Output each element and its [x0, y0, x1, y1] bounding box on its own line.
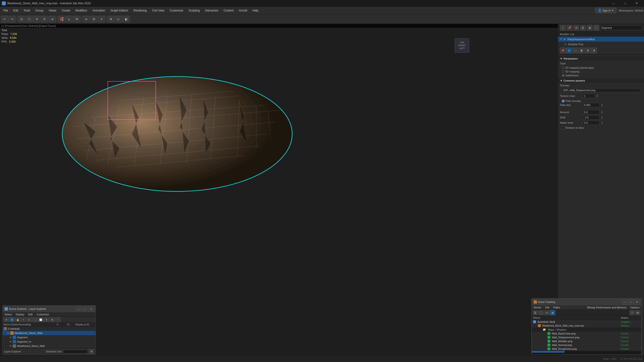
se-footer-btn[interactable]: ⚙: [89, 349, 94, 354]
type-3d[interactable]: 3D mapping: [560, 70, 642, 73]
se-tb-more[interactable]: ⋯: [55, 317, 60, 322]
menu-help[interactable]: Help: [250, 8, 261, 13]
at-btn-settings[interactable]: ⚙: [635, 310, 640, 315]
menu-edit[interactable]: Edit: [11, 8, 20, 13]
menu-civil-view[interactable]: Civil View: [150, 8, 167, 13]
se-row-segment-in[interactable]: 👁 Segment_In: [3, 340, 96, 344]
filter-blur-spinner[interactable]: [601, 103, 605, 107]
menu-graph-editors[interactable]: Graph Editors: [108, 8, 130, 13]
amount-spinner[interactable]: [601, 110, 605, 114]
tb-select[interactable]: ⊡: [18, 16, 25, 22]
at-row-max-file[interactable]: Weathered_Stone_Wall_max_vray.max Networ…: [532, 324, 641, 328]
tb-angle-snap[interactable]: ⊾: [66, 16, 73, 22]
modifier-option1[interactable]: ⊙: [573, 25, 579, 31]
se-menu-display[interactable]: Display: [14, 312, 26, 317]
modifier-editable-poly[interactable]: ▷ Editable Poly: [558, 42, 644, 47]
texture-chan-spinner[interactable]: [596, 94, 600, 98]
tb-snap[interactable]: 🧲: [58, 16, 65, 22]
tb-percent-snap[interactable]: %: [73, 16, 80, 22]
se-menu-edit[interactable]: Edit: [26, 312, 35, 317]
se-tb-expand[interactable]: ⬜: [38, 317, 43, 322]
at-menu-paths[interactable]: Paths: [551, 305, 562, 310]
close-button[interactable]: ✕: [631, 0, 642, 7]
tb-undo[interactable]: ↩: [1, 16, 8, 22]
mod-delete[interactable]: 🗑: [578, 48, 584, 53]
menu-group[interactable]: Group: [33, 8, 46, 13]
maximize-button[interactable]: □: [620, 0, 630, 7]
tb-render-setup[interactable]: ⚙: [107, 16, 114, 22]
vis-icon-2[interactable]: 👁: [9, 336, 12, 339]
at-btn-detail[interactable]: ≡: [544, 310, 550, 315]
selection-set-input[interactable]: [64, 350, 88, 354]
mod-move-down[interactable]: ⬇: [591, 48, 597, 53]
at-menu-bitmap-perf[interactable]: Bitmap Performance and Memory: [585, 305, 628, 310]
texmap-input[interactable]: 3SPL (Wall_Displacement.png: [562, 88, 640, 92]
menu-scripting[interactable]: Scripting: [186, 8, 202, 13]
se-tb-lock[interactable]: 🔒: [15, 317, 20, 322]
at-menu-server[interactable]: Server: [532, 305, 543, 310]
tb-render-frame[interactable]: ◧: [122, 16, 130, 22]
menu-create[interactable]: Create: [59, 8, 72, 13]
at-btn-list[interactable]: ☰: [533, 310, 538, 315]
se-tb-add[interactable]: +: [21, 317, 26, 322]
sign-in-button[interactable]: 👤 Sign In ▼: [595, 8, 616, 13]
type-subdivision[interactable]: Subdivision: [560, 73, 642, 77]
minimize-button[interactable]: —: [608, 0, 619, 7]
at-row-displacement[interactable]: Wall_Displacement.png Found: [532, 336, 641, 339]
water-level-spinner[interactable]: [601, 121, 605, 125]
menu-rendering[interactable]: Rendering: [131, 8, 149, 13]
texture-chan-input[interactable]: 1: [583, 94, 595, 98]
vis-icon-1[interactable]: 👁: [7, 332, 9, 335]
at-btn-help[interactable]: ?: [630, 310, 635, 315]
se-tb-refresh[interactable]: ↻: [44, 317, 49, 322]
tb-rotate[interactable]: ↻: [41, 16, 48, 22]
shift-spinner[interactable]: [601, 116, 605, 119]
mod-pin[interactable]: 📌: [560, 48, 566, 53]
se-menu-customize[interactable]: Customize: [35, 312, 51, 317]
tb-redo[interactable]: ↪: [8, 16, 16, 22]
at-btn-icon[interactable]: ⬛: [538, 310, 544, 315]
at-row-vault[interactable]: Autodesk Vault Logged...: [532, 320, 641, 324]
menu-animation[interactable]: Animation: [90, 8, 108, 13]
se-tb-layers[interactable]: ≡: [26, 317, 32, 322]
create-modifier-btn[interactable]: +: [560, 25, 566, 31]
tb-render[interactable]: ▷: [115, 16, 122, 22]
at-menu-options[interactable]: Options: [628, 305, 641, 310]
menu-file[interactable]: File: [1, 8, 10, 13]
tb-move[interactable]: ✛: [33, 16, 40, 22]
vis-icon-4[interactable]: 👁: [9, 345, 12, 348]
modifier-option2[interactable]: ☰: [580, 25, 586, 31]
mod-move-up[interactable]: ⬆: [585, 48, 590, 53]
at-row-normal[interactable]: Wall_Normal.png Found: [532, 343, 641, 347]
at-close[interactable]: ✕: [634, 300, 640, 304]
at-row-roughness[interactable]: Wall_Roughness.png Found: [532, 347, 641, 351]
tb-align[interactable]: ⊟: [90, 16, 98, 22]
se-row-segment[interactable]: 👁 Segment: [3, 335, 96, 340]
se-minimize[interactable]: —: [76, 307, 81, 311]
menu-interactive[interactable]: Interactive: [202, 8, 220, 13]
at-row-maps[interactable]: 📁 Maps / Shaders: [532, 328, 641, 332]
at-btn-active[interactable]: ⊞: [550, 310, 555, 315]
se-row-stone-wall[interactable]: 👁 Weathered_Stone_Wall: [3, 331, 96, 335]
at-maximize[interactable]: □: [628, 300, 633, 304]
at-row-metallic[interactable]: Wall_Metallic.png Found: [532, 339, 641, 343]
menu-views[interactable]: Views: [46, 8, 59, 13]
menu-modifiers[interactable]: Modifiers: [73, 8, 90, 13]
tb-scale[interactable]: ⇲: [48, 16, 56, 22]
mod-copy[interactable]: ⬛: [572, 48, 578, 53]
se-row-default[interactable]: 0 (default): [3, 327, 96, 331]
modifier-option3[interactable]: ⊞: [587, 25, 592, 31]
tb-mirror[interactable]: ⇔: [83, 16, 90, 22]
at-menu-file[interactable]: File: [543, 305, 551, 310]
amount-input[interactable]: 5.0: [583, 110, 600, 114]
tb-layer[interactable]: ≡: [98, 16, 105, 22]
mod-active[interactable]: ⊙: [566, 48, 572, 53]
se-menu-select[interactable]: Select: [3, 312, 14, 317]
water-level-input[interactable]: 0.0: [583, 121, 600, 125]
type-2d[interactable]: 2D mapping (landscape): [560, 66, 642, 70]
modifier-option4[interactable]: ⬛: [594, 25, 599, 31]
segment-field[interactable]: Segment: [600, 25, 642, 30]
params-header[interactable]: ▼ Parameters: [558, 56, 644, 61]
se-tb-flatten[interactable]: ⬛: [32, 317, 38, 322]
tb-select-region[interactable]: ⬡: [26, 16, 33, 22]
